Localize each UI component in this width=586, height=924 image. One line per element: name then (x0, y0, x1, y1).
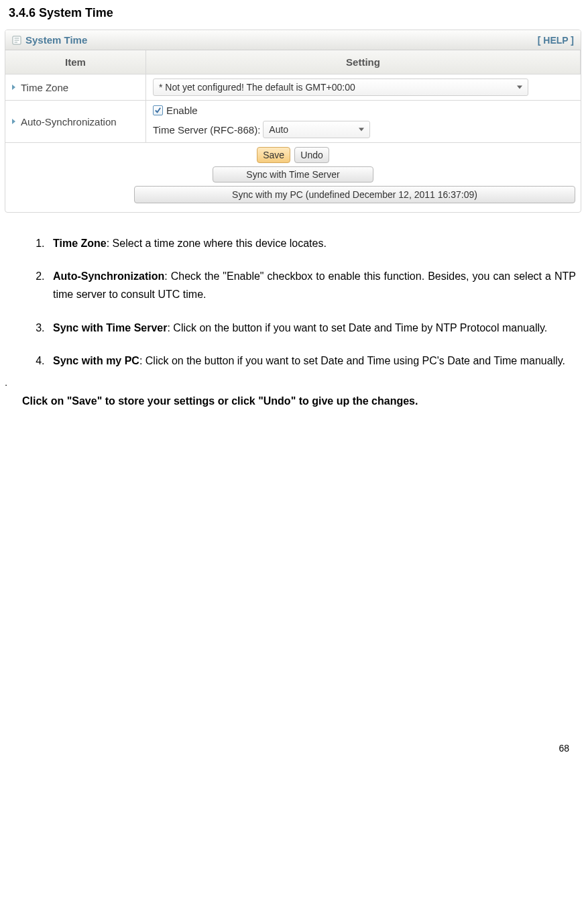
instruction-text: : Click on the button if you want to set… (139, 355, 565, 366)
instruction-text: : Click on the button if you want to set… (167, 322, 547, 333)
time-server-value: Auto (269, 124, 288, 135)
panel-icon (12, 36, 21, 45)
time-server-select[interactable]: Auto (263, 121, 370, 138)
timezone-select-value: * Not yet configured! The default is GMT… (159, 82, 355, 93)
instruction-item-2: Auto-Synchronization: Check the "Enable"… (48, 263, 576, 314)
time-server-label: Time Server (RFC-868): (153, 124, 260, 136)
instruction-item-4: Sync with my PC: Click on the button if … (48, 348, 576, 380)
row-label-autosync: Auto-Synchronization (5, 101, 146, 143)
chevron-down-icon (517, 86, 522, 89)
panel-header: System Time [ HELP ] (5, 30, 581, 50)
chevron-down-icon (359, 128, 364, 132)
enable-checkbox[interactable] (153, 105, 163, 115)
column-header-item: Item (5, 50, 146, 74)
instruction-bold: Sync with Time Server (53, 322, 167, 333)
timezone-select[interactable]: * Not yet configured! The default is GMT… (153, 79, 528, 96)
instruction-text: : Select a time zone where this device l… (107, 238, 327, 249)
row-value-timezone: * Not yet configured! The default is GMT… (146, 74, 581, 101)
instruction-bold: Sync with my PC (53, 355, 139, 366)
instructions-block: Time Zone: Select a time zone where this… (3, 213, 583, 380)
caret-icon (12, 119, 15, 124)
instruction-item-1: Time Zone: Select a time zone where this… (48, 230, 576, 263)
caret-icon (12, 85, 15, 90)
section-heading: 3.4.6 System Time (3, 3, 583, 30)
panel-title: System Time (25, 34, 538, 46)
enable-label: Enable (166, 105, 198, 116)
closing-note: Click on "Save" to store your settings o… (3, 384, 583, 407)
instruction-bold: Auto-Synchronization (53, 270, 164, 282)
action-area: Save Undo Sync with Time Server Sync wit… (5, 143, 581, 212)
undo-button[interactable]: Undo (294, 147, 329, 163)
help-link[interactable]: [ HELP ] (538, 35, 574, 46)
page-number: 68 (3, 407, 583, 759)
autosync-label: Auto-Synchronization (21, 116, 117, 127)
timezone-label: Time Zone (21, 82, 68, 93)
save-button[interactable]: Save (257, 147, 290, 163)
system-time-panel: System Time [ HELP ] Item Setting Time Z… (5, 30, 581, 213)
instruction-bold: Time Zone (53, 238, 107, 249)
sync-pc-button[interactable]: Sync with my PC (undefined December 12, … (134, 186, 575, 203)
row-value-autosync: Enable Time Server (RFC-868): Auto (146, 101, 581, 143)
column-header-setting: Setting (146, 50, 581, 74)
instruction-item-3: Sync with Time Server: Click on the butt… (48, 315, 576, 348)
sync-server-button[interactable]: Sync with Time Server (213, 166, 373, 183)
row-label-timezone: Time Zone (5, 74, 146, 101)
